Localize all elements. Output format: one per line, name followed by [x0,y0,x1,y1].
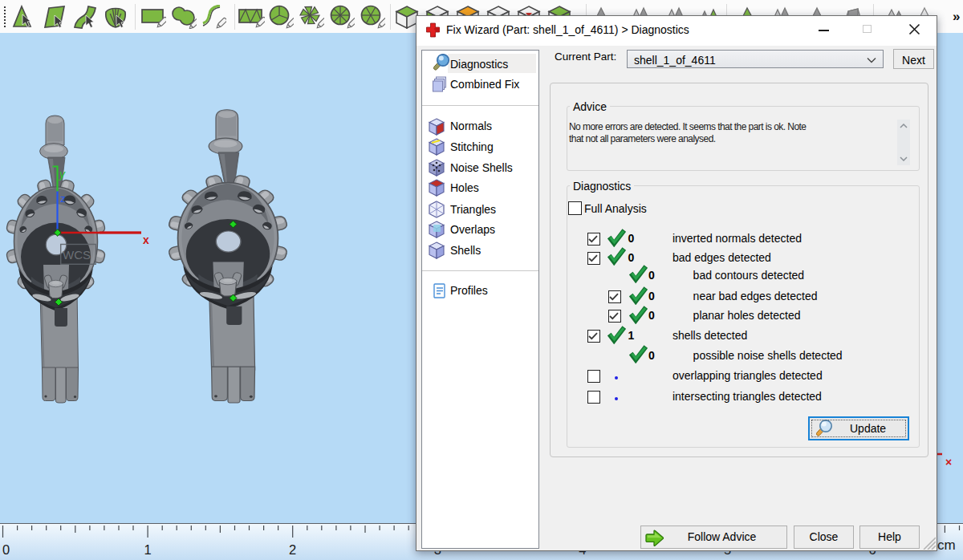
svg-text:x: x [143,233,149,246]
svg-text:z: z [60,193,66,205]
svg-text:×: × [945,456,952,469]
svg-text:WCS: WCS [63,248,91,262]
svg-text:y: y [59,168,66,181]
